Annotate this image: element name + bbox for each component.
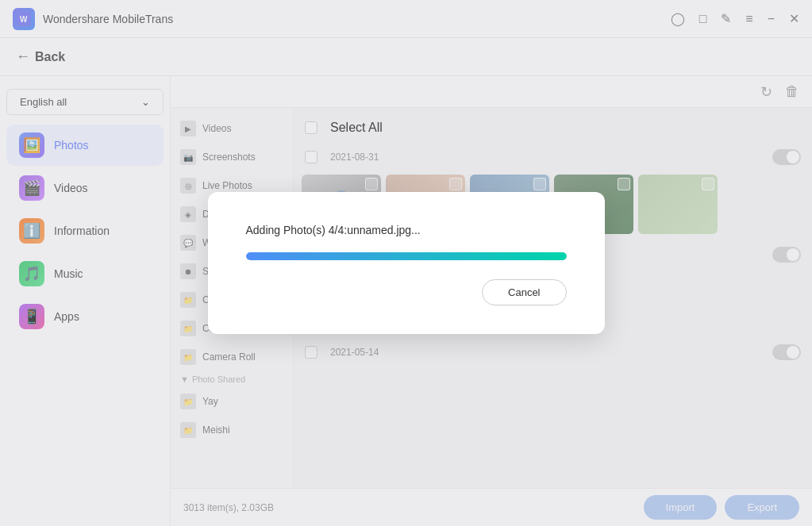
progress-dialog: Adding Photo(s) 4/4:unnamed.jpg... Cance… [208, 192, 605, 334]
progress-message: Adding Photo(s) 4/4:unnamed.jpg... [246, 224, 421, 236]
progress-overlay: Adding Photo(s) 4/4:unnamed.jpg... Cance… [0, 0, 812, 526]
progress-bar-background [246, 252, 567, 260]
cancel-button[interactable]: Cancel [482, 279, 566, 305]
progress-bar-fill [246, 252, 567, 260]
dialog-actions: Cancel [246, 279, 567, 305]
